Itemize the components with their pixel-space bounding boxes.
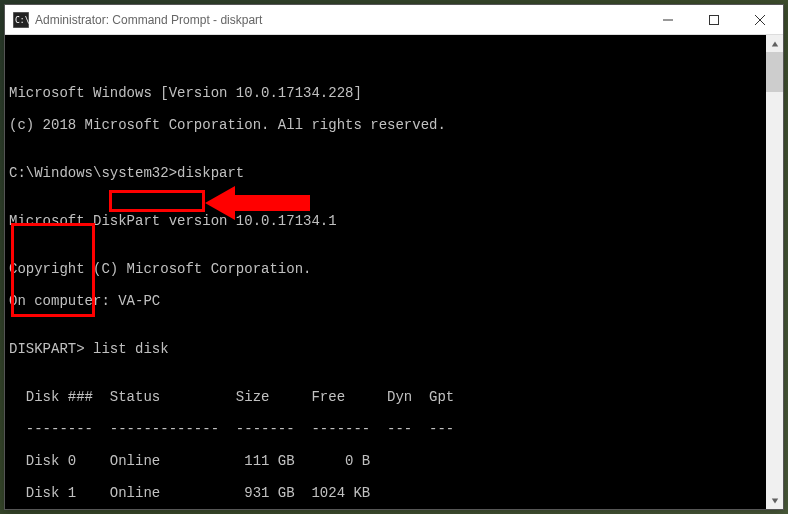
output-line: Microsoft Windows [Version 10.0.17134.22…	[9, 85, 779, 101]
command-prompt-window: C:\ Administrator: Command Prompt - disk…	[4, 4, 784, 510]
vertical-scrollbar[interactable]	[766, 35, 783, 509]
titlebar[interactable]: C:\ Administrator: Command Prompt - disk…	[5, 5, 783, 35]
table-divider: -------- ------------- ------- ------- -…	[9, 421, 779, 437]
typed-command: diskpart	[177, 165, 244, 181]
table-row: Disk 0 Online 111 GB 0 B	[9, 453, 779, 469]
terminal-output: Microsoft Windows [Version 10.0.17134.22…	[9, 69, 779, 509]
diskpart-prompt: DISKPART>	[9, 341, 85, 357]
window-controls	[645, 5, 783, 34]
output-line: (c) 2018 Microsoft Corporation. All righ…	[9, 117, 779, 133]
scroll-up-button[interactable]	[766, 35, 783, 52]
prompt-path: C:\Windows\system32>	[9, 165, 177, 181]
table-row: Disk 1 Online 931 GB 1024 KB	[9, 485, 779, 501]
scroll-down-button[interactable]	[766, 492, 783, 509]
prompt-line: DISKPART> list disk	[9, 341, 779, 357]
output-line: Copyright (C) Microsoft Corporation.	[9, 261, 779, 277]
maximize-button[interactable]	[691, 5, 737, 34]
window-title: Administrator: Command Prompt - diskpart	[35, 13, 645, 27]
svg-text:C:\: C:\	[15, 16, 29, 25]
svg-rect-3	[710, 15, 719, 24]
output-line: On computer: VA-PC	[9, 293, 779, 309]
cmd-icon: C:\	[13, 12, 29, 28]
terminal-area[interactable]: Microsoft Windows [Version 10.0.17134.22…	[5, 35, 783, 509]
output-line: Microsoft DiskPart version 10.0.17134.1	[9, 213, 779, 229]
typed-command: list disk	[85, 341, 169, 357]
scroll-thumb[interactable]	[766, 52, 783, 92]
minimize-button[interactable]	[645, 5, 691, 34]
table-header: Disk ### Status Size Free Dyn Gpt	[9, 389, 779, 405]
close-button[interactable]	[737, 5, 783, 34]
prompt-line: C:\Windows\system32>diskpart	[9, 165, 779, 181]
